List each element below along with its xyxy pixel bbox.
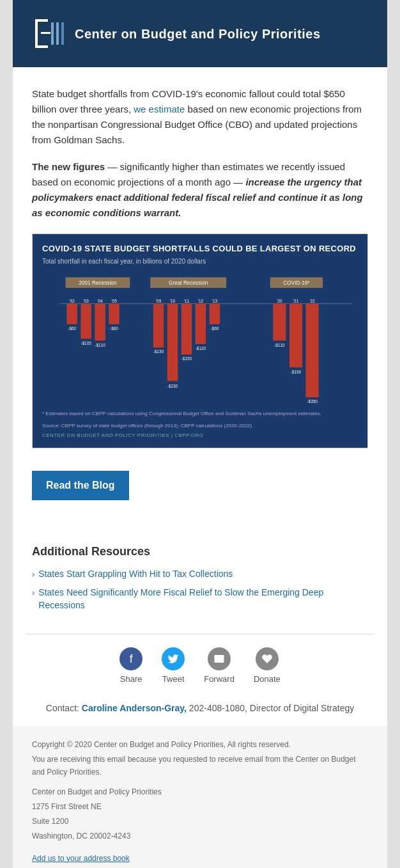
- chart-subtitle: Total shortfall in each fiscal year, in …: [42, 258, 358, 265]
- cbpp-logo-icon: [32, 16, 67, 51]
- svg-text:-$190: -$190: [291, 369, 302, 374]
- svg-rect-24: [109, 304, 119, 324]
- facebook-icon: f: [119, 647, 142, 670]
- svg-rect-36: [196, 304, 206, 344]
- intro-paragraph: State budget shortfalls from COVID-19's …: [32, 86, 368, 148]
- resource-link-1-text: States Start Grappling With Hit to Tax C…: [38, 568, 233, 581]
- page-wrapper: Center on Budget and Policy Priorities S…: [0, 0, 400, 868]
- svg-text:'20: '20: [277, 299, 282, 303]
- key-figures-label: The new figures: [32, 161, 105, 172]
- logo-container: Center on Budget and Policy Priorities: [32, 16, 368, 51]
- additional-resources: Additional Resources › States Start Grap…: [13, 532, 387, 635]
- svg-rect-48: [306, 304, 319, 397]
- resource-link-1[interactable]: › States Start Grappling With Hit to Tax…: [32, 568, 368, 581]
- chart-source: Source: CBPP survey of state budget offi…: [42, 422, 358, 429]
- svg-text:-$230: -$230: [167, 383, 178, 388]
- twitter-icon: [162, 647, 185, 670]
- footer: Copyright © 2020 Center on Budget and Po…: [13, 726, 387, 868]
- svg-rect-27: [153, 304, 164, 348]
- contact-prefix: Contact:: [46, 703, 79, 713]
- svg-text:-$60: -$60: [210, 326, 219, 331]
- chart-title: COVID-19 STATE BUDGET SHORTFALLS COULD B…: [42, 244, 358, 255]
- chart-image: COVID-19 STATE BUDGET SHORTFALLS COULD B…: [33, 234, 367, 448]
- footer-address1: 1275 First Street NE: [32, 801, 368, 813]
- share-label: Share: [120, 674, 142, 684]
- chart-footnote: * Estimates based on CBPP calculations u…: [42, 410, 358, 417]
- resource-link-2-text: States Need Significantly More Fiscal Re…: [38, 587, 368, 612]
- chart-credit: CENTER ON BUDGET AND POLICY PRIORITIES |…: [42, 432, 358, 438]
- main-content: State budget shortfalls from COVID-19's …: [13, 67, 387, 532]
- chart-svg: 2001 Recession Great Recession COVID-19*…: [42, 274, 358, 403]
- donate-icon: [256, 647, 279, 670]
- svg-rect-15: [66, 304, 77, 324]
- svg-text:'09: '09: [156, 299, 162, 303]
- donate-action[interactable]: Donate: [254, 647, 281, 684]
- svg-text:Great Recession: Great Recession: [169, 280, 208, 285]
- forward-icon: [208, 647, 231, 670]
- svg-text:-$130: -$130: [153, 349, 164, 354]
- svg-rect-6: [56, 22, 59, 45]
- contact-bar: Contact: Caroline Anderson-Gray, 202-408…: [13, 697, 387, 726]
- svg-text:-$60: -$60: [68, 326, 76, 331]
- donate-label: Donate: [254, 674, 281, 684]
- svg-text:'05: '05: [111, 299, 117, 303]
- svg-rect-5: [51, 22, 54, 45]
- svg-text:-$350: -$350: [307, 399, 318, 403]
- svg-text:-$110: -$110: [274, 342, 285, 347]
- forward-action[interactable]: Forward: [204, 647, 235, 684]
- tweet-label: Tweet: [162, 674, 185, 684]
- svg-rect-18: [81, 304, 91, 339]
- svg-rect-4: [41, 32, 50, 34]
- svg-text:'04: '04: [97, 299, 103, 303]
- share-action[interactable]: f Share: [119, 647, 142, 684]
- footer-address2: Suite 1200: [32, 816, 368, 828]
- we-estimate-link[interactable]: we estimate: [134, 104, 185, 114]
- tweet-action[interactable]: Tweet: [162, 647, 185, 684]
- svg-text:'10: '10: [170, 299, 176, 303]
- svg-rect-39: [210, 304, 220, 324]
- svg-text:-$120: -$120: [196, 346, 206, 351]
- svg-text:-$60: -$60: [110, 326, 118, 331]
- svg-rect-7: [61, 22, 64, 45]
- read-blog-button[interactable]: Read the Blog: [32, 471, 129, 500]
- svg-text:'21: '21: [293, 299, 299, 303]
- key-figures-paragraph: The new figures — significantly higher t…: [32, 159, 368, 221]
- additional-resources-heading: Additional Resources: [32, 545, 368, 558]
- svg-rect-2: [35, 19, 38, 48]
- address-block: Center on Budget and Policy Priorities 1…: [32, 786, 368, 843]
- chevron-icon-2: ›: [32, 587, 35, 599]
- svg-text:-$150: -$150: [181, 356, 192, 361]
- svg-rect-45: [289, 304, 302, 368]
- footer-email-notice: You are receiving this email because you…: [32, 754, 368, 778]
- svg-text:'03: '03: [83, 299, 89, 303]
- svg-text:'22: '22: [309, 299, 315, 303]
- chart-container: COVID-19 STATE BUDGET SHORTFALLS COULD B…: [32, 233, 368, 448]
- header: Center on Budget and Policy Priorities: [13, 0, 387, 67]
- email-container: Center on Budget and Policy Priorities S…: [13, 0, 387, 868]
- footer-address3: Washington, DC 20002-4243: [32, 830, 368, 842]
- svg-rect-3: [35, 45, 48, 48]
- svg-text:'13: '13: [212, 299, 218, 303]
- footer-org-name: Center on Budget and Policy Priorities: [32, 786, 368, 798]
- svg-rect-33: [181, 304, 192, 355]
- svg-rect-21: [95, 304, 105, 341]
- svg-text:-$110: -$110: [95, 342, 105, 347]
- footer-copyright: Copyright © 2020 Center on Budget and Po…: [32, 739, 368, 751]
- chevron-icon-1: ›: [32, 569, 35, 580]
- svg-text:'11: '11: [184, 299, 190, 303]
- svg-text:2001 Recession: 2001 Recession: [79, 280, 116, 285]
- svg-text:-$105: -$105: [81, 341, 91, 345]
- svg-text:'02: '02: [69, 299, 75, 303]
- org-name: Center on Budget and Policy Priorities: [75, 26, 321, 42]
- action-bar: f Share Tweet Forward Donate: [13, 635, 387, 697]
- svg-text:COVID-19*: COVID-19*: [283, 280, 310, 285]
- forward-label: Forward: [204, 674, 235, 684]
- contact-name-link[interactable]: Caroline Anderson-Gray,: [82, 703, 187, 713]
- resource-link-2[interactable]: › States Need Significantly More Fiscal …: [32, 587, 368, 612]
- svg-rect-42: [273, 304, 286, 341]
- footer-links-row: Add us to your address book: [32, 853, 368, 865]
- add-address-book-link[interactable]: Add us to your address book: [32, 854, 130, 863]
- svg-rect-30: [167, 304, 178, 381]
- svg-text:'12: '12: [198, 299, 204, 303]
- contact-details: 202-408-1080, Director of Digital Strate…: [189, 703, 354, 713]
